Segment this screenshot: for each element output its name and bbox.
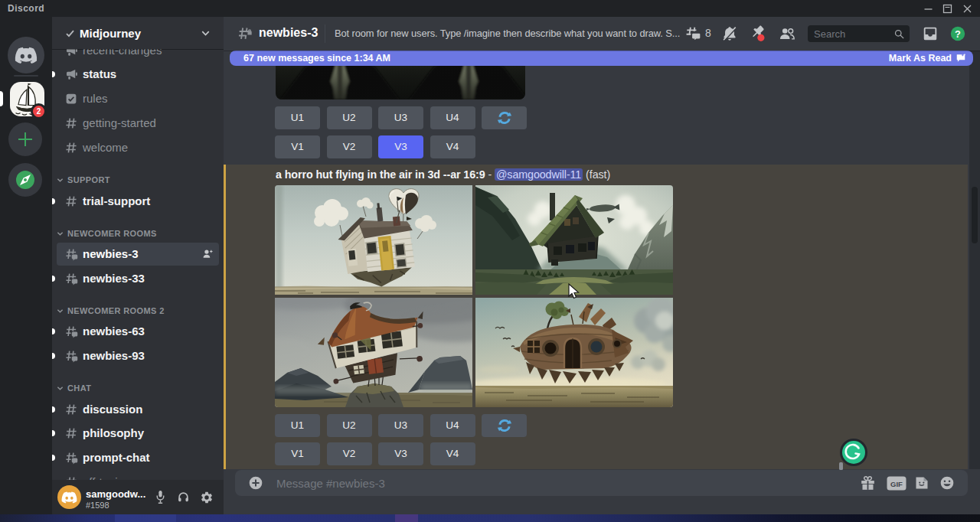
svg-text:?: ? (955, 28, 961, 40)
svg-text:GIF: GIF (890, 480, 903, 488)
